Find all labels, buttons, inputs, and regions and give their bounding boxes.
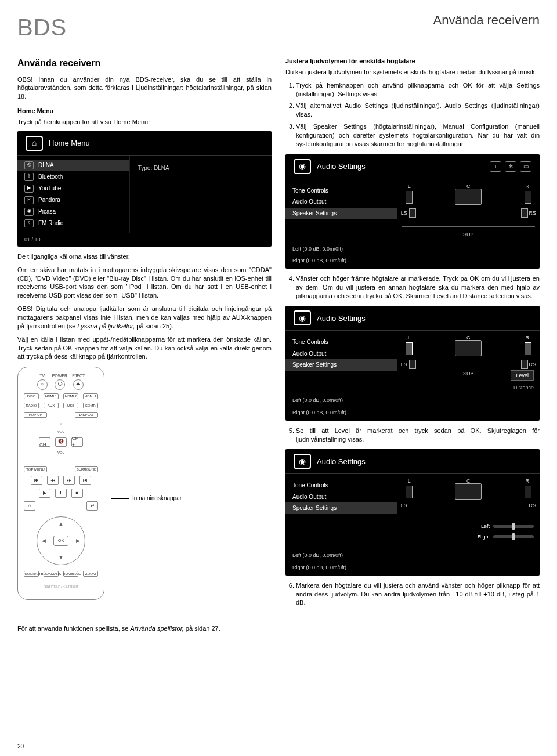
mute-button[interactable]: 🔇: [55, 437, 67, 447]
right-level-slider[interactable]: [493, 535, 534, 538]
level-button[interactable]: Level: [511, 370, 534, 381]
comp-button[interactable]: COMP.: [83, 403, 98, 408]
power-button[interactable]: ⏻: [55, 379, 65, 390]
status-right: Right (0.0 dB, 0.0m/0ft): [285, 409, 540, 421]
play-button[interactable]: ▶: [39, 489, 50, 498]
ch-down-button[interactable]: – CH: [39, 437, 50, 447]
display-button[interactable]: DISPLAY: [75, 412, 98, 418]
spk-l: [406, 191, 413, 204]
vol-up-label: +: [60, 421, 62, 426]
spk-r: [525, 486, 531, 498]
list-item[interactable]: ♫FM Radio: [17, 218, 129, 229]
down-arrow-icon[interactable]: ▼: [59, 554, 64, 561]
list-label: DLNA: [38, 161, 54, 169]
menu-item[interactable]: Speaker Settings: [285, 359, 397, 371]
left-level-slider[interactable]: [493, 525, 534, 528]
section-heading: Använda receivern: [17, 57, 272, 70]
home-button[interactable]: ⌂: [24, 501, 35, 511]
speaker-diagram: L C R LS RS Left Right: [397, 474, 540, 549]
up-arrow-icon[interactable]: ▲: [59, 520, 64, 527]
youtube-icon: ▶: [24, 185, 34, 193]
input-row-1: DISC HDMI 1 HDMI 2 HDMI 3: [24, 393, 98, 399]
stop-button[interactable]: ■: [71, 489, 83, 498]
status-right: Right (0.0 dB, 0.0m/0ft): [285, 257, 540, 269]
menu-item[interactable]: Tone Controls: [285, 480, 397, 491]
zoom-button[interactable]: ZOOM: [83, 571, 98, 577]
list-item[interactable]: ◉Picasa: [17, 206, 129, 218]
list-item[interactable]: ᛒBluetooth: [17, 171, 129, 183]
rew-button[interactable]: ◂◂: [47, 476, 59, 485]
left-arrow-icon[interactable]: ◀: [42, 537, 46, 544]
audio-settings-panel-1: ◉ Audio Settings i ✻ ▭ Tone Controls Aud…: [285, 154, 540, 269]
menu-item[interactable]: Audio Output: [285, 196, 397, 208]
panel-detail: Type: DLNA: [129, 156, 272, 233]
playlist-after: på sidan 27.: [184, 625, 220, 632]
spk-rs: [521, 360, 528, 369]
spk-ls: [409, 360, 416, 369]
input-row-2: RADIO AUX USB COMP.: [24, 403, 98, 408]
vol-label: VOL: [57, 429, 64, 434]
adjust-intro: Du kan justera ljudvolymen för systemets…: [285, 68, 540, 77]
home-menu-heading: Home Menu: [17, 107, 272, 115]
top-menu-button[interactable]: TOP MENU: [24, 466, 47, 472]
status-left: Left (0.0 dB, 0.0m/0ft): [285, 243, 540, 257]
d-pad[interactable]: ▲ ▼ ◀ ▶ OK: [37, 516, 85, 565]
playlist-footer: För att använda funktionen spellista, se…: [17, 624, 540, 633]
intro-link: Ljudinställningar: högtalarinställningar: [136, 84, 243, 91]
list-label: YouTube: [38, 185, 61, 193]
ok-button[interactable]: OK: [53, 536, 68, 546]
vol-down-label: VOL: [57, 450, 64, 455]
hdmi1-button[interactable]: HDMI 1: [44, 393, 59, 399]
disc-button[interactable]: DISC: [24, 393, 39, 399]
spk-r-label: R: [526, 334, 530, 341]
menu-item[interactable]: Audio Output: [285, 348, 397, 360]
menu-item[interactable]: Tone Controls: [285, 185, 397, 197]
menu-item[interactable]: Speaker Settings: [285, 502, 397, 514]
ch-up-button[interactable]: CH +: [71, 437, 83, 447]
popup-button[interactable]: POP-UP: [24, 412, 47, 418]
back-button[interactable]: ↩: [86, 501, 98, 511]
steps-list-2: Vänster och höger främre högtalare är ma…: [296, 274, 540, 301]
slider-label-right: Right: [478, 533, 490, 540]
eject-button[interactable]: ⏏: [73, 379, 84, 390]
callout-label: Inmatningsknappar: [132, 494, 182, 502]
tv-button[interactable]: ○: [37, 379, 48, 390]
panel-header: ◉ Audio Settings i ✻ ▭: [285, 154, 540, 179]
spk-l: [406, 486, 413, 498]
hdmi2-button[interactable]: HDMI 2: [63, 393, 78, 399]
menu-item[interactable]: Audio Output: [285, 491, 397, 503]
page-header: BDS Använda receivern: [17, 12, 540, 43]
playlist-link: Använda spellistor,: [130, 625, 183, 632]
menu-item[interactable]: Speaker Settings: [285, 208, 397, 219]
radio-button[interactable]: RADIO: [24, 403, 39, 408]
spk-ls-label: LS: [401, 361, 407, 368]
aux-button[interactable]: AUX: [44, 403, 59, 408]
adjust-volume-heading: Justera ljudvolymen för enskilda högtala…: [285, 57, 540, 66]
picasa-icon: ◉: [24, 208, 34, 216]
pause-button[interactable]: ⏸: [55, 489, 67, 498]
panel-header: ◉ Audio Settings: [285, 449, 540, 474]
settings-icon: ◉: [294, 310, 311, 325]
prev-button[interactable]: ⏮: [31, 476, 42, 485]
next-button[interactable]: ⏭: [79, 476, 91, 485]
hdmi3-button[interactable]: HDMI 3: [83, 393, 98, 399]
spk-l-label: L: [408, 183, 411, 190]
menu-item[interactable]: Tone Controls: [285, 337, 397, 348]
list-item[interactable]: ▶YouTube: [17, 183, 129, 194]
right-arrow-icon[interactable]: ▶: [76, 537, 80, 544]
thumbnail-button[interactable]: THUMBNAIL: [63, 571, 78, 577]
eject-label: EJECT: [72, 373, 85, 378]
program-button[interactable]: PROGRAM: [24, 571, 39, 577]
panel-title: Audio Settings: [317, 457, 366, 467]
remote-control: TV○ POWER⏻ EJECT⏏ DISC HDMI 1 HDMI 2 HDM…: [17, 367, 104, 600]
list-item[interactable]: ◎DLNA: [17, 160, 129, 171]
page-title: Använda receivern: [433, 12, 540, 29]
surround-button[interactable]: SURROUND: [75, 466, 98, 472]
usb-button[interactable]: USB: [63, 403, 78, 408]
status-left: Left (0.0 dB, 0.0m/0ft): [285, 395, 540, 408]
step-5: Se till att Level är markerat och tryck …: [296, 426, 540, 444]
bookmark-button[interactable]: BOOKMARK: [44, 571, 59, 577]
power-label: POWER: [52, 373, 67, 378]
ff-button[interactable]: ▸▸: [63, 476, 75, 485]
list-item[interactable]: PPandora: [17, 194, 129, 206]
